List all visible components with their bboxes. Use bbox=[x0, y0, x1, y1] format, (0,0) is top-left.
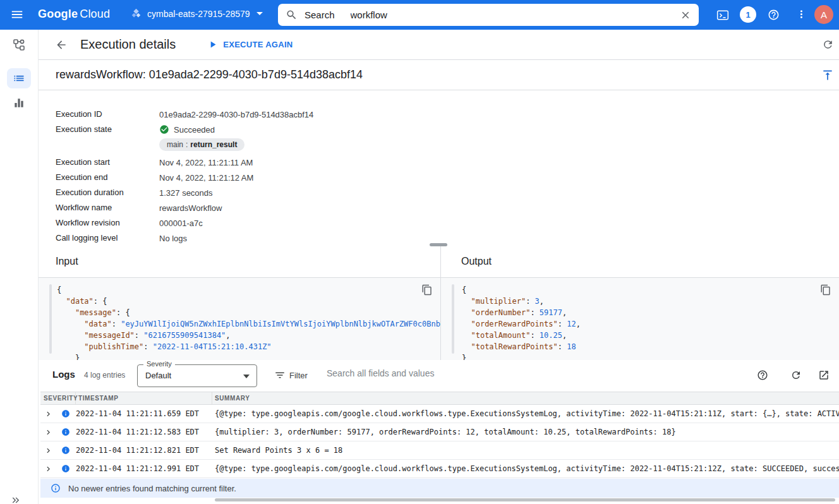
logs-help-icon[interactable] bbox=[757, 369, 768, 381]
notification-count: 1 bbox=[745, 10, 750, 20]
detail-row: Execution start Nov 4, 2022, 11:21:11 AM bbox=[56, 155, 839, 170]
logo-text-primary: Google bbox=[38, 8, 78, 20]
severity-select[interactable]: Severity Default bbox=[137, 364, 257, 387]
detail-label: Execution end bbox=[56, 170, 159, 185]
output-pane-title: Output bbox=[461, 256, 492, 267]
logs-search-input[interactable] bbox=[327, 368, 598, 378]
refresh-icon[interactable] bbox=[822, 39, 834, 51]
search-input[interactable] bbox=[351, 9, 680, 20]
detail-label: Execution state bbox=[56, 122, 159, 137]
header-search[interactable]: Search bbox=[278, 4, 699, 26]
metrics-icon bbox=[13, 97, 25, 109]
detail-value: Succeeded main:return_result bbox=[159, 122, 244, 155]
open-in-new-icon[interactable] bbox=[818, 369, 830, 381]
expand-row-chevron-icon[interactable] bbox=[40, 409, 56, 419]
workflows-icon bbox=[13, 39, 25, 51]
sidebar bbox=[0, 30, 39, 504]
info-severity-icon bbox=[56, 428, 76, 436]
log-summary: {@type: type.googleapis.com/google.cloud… bbox=[212, 464, 839, 473]
execute-again-label: EXECUTE AGAIN bbox=[223, 40, 293, 49]
notifications-badge[interactable]: 1 bbox=[740, 6, 756, 23]
detail-value: No logs bbox=[159, 231, 187, 246]
help-icon[interactable] bbox=[768, 9, 780, 21]
sidebar-item-metrics[interactable] bbox=[13, 97, 25, 109]
detail-text: No logs bbox=[159, 234, 187, 243]
chip-step-name: main bbox=[167, 140, 183, 149]
clear-search-icon[interactable] bbox=[680, 9, 691, 21]
log-rows: 2022-11-04 11:21:11.659 EDT {@type: type… bbox=[40, 405, 839, 478]
cloud-shell-icon[interactable] bbox=[716, 9, 729, 21]
detail-label: Call logging level bbox=[56, 231, 159, 246]
detail-row: Execution duration 1.327 seconds bbox=[56, 185, 839, 200]
input-scrollbar[interactable] bbox=[49, 284, 52, 354]
detail-label: Execution ID bbox=[56, 107, 159, 122]
column-header-severity[interactable]: SEVERITY bbox=[40, 392, 76, 404]
pane-divider[interactable] bbox=[440, 246, 441, 360]
dropdown-caret-icon bbox=[243, 375, 250, 378]
detail-label: Execution start bbox=[56, 155, 159, 170]
copy-output-icon[interactable] bbox=[820, 284, 831, 296]
info-severity-icon bbox=[56, 409, 76, 418]
io-panes: Input Output { "data": { "message": { "d… bbox=[39, 246, 839, 360]
copy-input-icon[interactable] bbox=[421, 284, 433, 296]
logs-toolbar: Logs 4 log entries Severity Default Filt… bbox=[39, 360, 839, 392]
input-code: { "data": { "message": { "data": "eyJuYW… bbox=[39, 278, 440, 360]
avatar[interactable]: A bbox=[814, 5, 833, 24]
detail-row: Execution end Nov 4, 2022, 11:21:12 AM bbox=[56, 170, 839, 185]
output-code: { "multiplier": 3, "orderNumber": 59177,… bbox=[441, 278, 839, 360]
page-toolbar: Execution details EXECUTE AGAIN bbox=[39, 30, 839, 60]
log-timestamp: 2022-11-04 11:21:12.991 EDT bbox=[76, 464, 212, 473]
detail-label: Workflow name bbox=[56, 200, 159, 215]
project-switcher[interactable]: cymbal-eats-27915-28579 bbox=[131, 8, 263, 19]
menu-icon[interactable] bbox=[10, 8, 24, 21]
log-summary: {@type: type.googleapis.com/google.cloud… bbox=[212, 409, 839, 418]
info-severity-icon bbox=[56, 464, 76, 473]
sidebar-item-executions[interactable] bbox=[7, 68, 31, 88]
detail-row: Workflow name rewardsWorkflow bbox=[56, 200, 839, 215]
play-icon bbox=[207, 39, 218, 50]
input-pane-title: Input bbox=[56, 256, 78, 267]
column-header-summary[interactable]: SUMMARY bbox=[212, 392, 839, 404]
detail-value: Nov 4, 2022, 11:21:11 AM bbox=[159, 155, 253, 170]
output-scrollbar[interactable] bbox=[452, 284, 454, 354]
logo-text-secondary: Cloud bbox=[80, 8, 110, 20]
detail-text: 1.327 seconds bbox=[159, 188, 213, 198]
info-severity-icon bbox=[56, 446, 76, 455]
sidebar-item-workflows[interactable] bbox=[13, 39, 25, 51]
execution-heading-row: rewardsWorkflow: 01e9ada2-2299-4030-b7d9… bbox=[39, 60, 839, 90]
detail-value: 1.327 seconds bbox=[159, 185, 213, 200]
logs-count: 4 log entries bbox=[84, 371, 125, 380]
column-header-timestamp[interactable]: TIMESTAMP bbox=[76, 392, 212, 404]
detail-row: Execution state Succeeded main:return_re… bbox=[56, 122, 839, 155]
collapse-section-icon[interactable] bbox=[821, 69, 834, 81]
project-icon bbox=[131, 8, 142, 19]
log-row[interactable]: 2022-11-04 11:21:12.821 EDT Set Reward P… bbox=[40, 441, 839, 460]
more-options-icon[interactable] bbox=[795, 8, 807, 20]
expand-row-chevron-icon[interactable] bbox=[40, 446, 56, 455]
logs-refresh-icon[interactable] bbox=[790, 369, 802, 381]
detail-label: Execution duration bbox=[56, 185, 159, 200]
expand-row-chevron-icon[interactable] bbox=[40, 464, 56, 474]
detail-row: Call logging level No logs bbox=[56, 231, 839, 246]
filter-button[interactable]: Filter bbox=[274, 369, 308, 381]
log-summary: {multiplier: 3, orderNumber: 59177, orde… bbox=[212, 428, 839, 436]
log-row[interactable]: 2022-11-04 11:21:12.583 EDT {multiplier:… bbox=[40, 423, 839, 441]
severity-label: Severity bbox=[143, 360, 175, 368]
horizontal-scrollbar[interactable] bbox=[215, 498, 835, 501]
back-arrow-icon[interactable] bbox=[55, 39, 68, 51]
detail-text: Nov 4, 2022, 11:21:11 AM bbox=[159, 158, 253, 167]
success-check-icon bbox=[159, 124, 169, 135]
log-footer-notice: No newer entries found matching current … bbox=[40, 479, 839, 498]
log-summary: Set Reward Points 3 x 6 = 18 bbox=[212, 446, 839, 455]
log-row[interactable]: 2022-11-04 11:21:11.659 EDT {@type: type… bbox=[40, 405, 839, 423]
google-cloud-logo[interactable]: GoogleCloud bbox=[38, 8, 110, 21]
execute-again-button[interactable]: EXECUTE AGAIN bbox=[207, 39, 293, 50]
detail-value: rewardsWorkflow bbox=[159, 200, 222, 215]
expand-row-chevron-icon[interactable] bbox=[40, 428, 56, 437]
log-timestamp: 2022-11-04 11:21:11.659 EDT bbox=[76, 409, 212, 418]
log-table-header: SEVERITY TIMESTAMP SUMMARY bbox=[40, 392, 839, 405]
log-row[interactable]: 2022-11-04 11:21:12.991 EDT {@type: type… bbox=[40, 460, 839, 478]
project-name: cymbal-eats-27915-28579 bbox=[147, 9, 250, 19]
step-chip[interactable]: main:return_result bbox=[159, 138, 244, 151]
expand-panel-icon[interactable] bbox=[10, 495, 21, 504]
